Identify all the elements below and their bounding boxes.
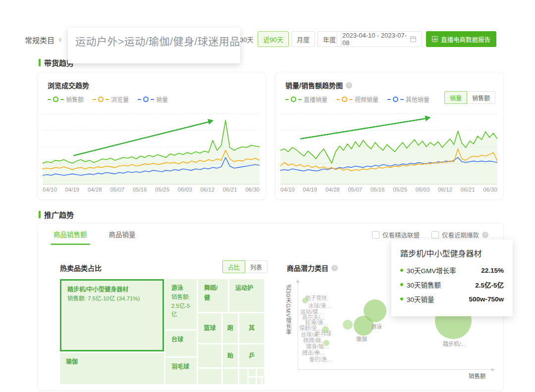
toggle-销量[interactable]: 销量 bbox=[444, 91, 467, 104]
legend-marker-icon bbox=[106, 99, 109, 100]
tooltip-metric-value: 2.5亿-5亿 bbox=[475, 280, 504, 290]
x-tick-label: 04/19 bbox=[303, 187, 317, 193]
hot-category-treemap: 踏步机/中小型健身器材销售额: 7.5亿-10亿 (34.71%)瑜伽游泳销售额… bbox=[60, 279, 264, 384]
treemap-cell-label: 其 bbox=[249, 323, 255, 333]
category-path-overlay[interactable]: 运动户外>运动/瑜伽/健身/球迷用品 bbox=[68, 28, 240, 63]
chevron-down-icon: ∨ bbox=[58, 36, 62, 43]
filter-checkbox-仅看近期爆款[interactable]: 仅看近期爆款? bbox=[431, 230, 488, 240]
checkbox-icon[interactable] bbox=[431, 231, 439, 239]
tab-商品销量[interactable]: 商品销量 bbox=[108, 227, 137, 241]
legend-item-浏览量[interactable]: 浏览量 bbox=[93, 95, 129, 103]
x-tick-label: 05/25 bbox=[155, 187, 169, 193]
treemap-cell-其[interactable]: 其 bbox=[239, 313, 264, 343]
bubble-small[interactable] bbox=[322, 326, 329, 333]
chart-title-text: 浏览成交趋势 bbox=[48, 80, 89, 90]
x-tick-label: 05/07 bbox=[348, 187, 362, 193]
promotion-tabs: 商品销售额商品销量 bbox=[53, 223, 137, 245]
section-title: 推广趋势 bbox=[44, 209, 74, 220]
panel-title-text: 热卖品类占比 bbox=[60, 263, 102, 273]
bubble-small[interactable] bbox=[302, 297, 308, 303]
x-axis-labels: 04/1004/1904/2805/0705/1605/2506/0306/12… bbox=[43, 187, 260, 193]
panel-title-text: 商品潜力类目 bbox=[287, 263, 328, 273]
treemap-cell-羽毛球[interactable]: 羽毛球 bbox=[165, 358, 197, 384]
treemap-cell-blank[interactable] bbox=[257, 378, 261, 384]
tooltip-row: 30天GMV增长率22.15% bbox=[400, 265, 504, 275]
treemap-cell-label: 台球 bbox=[171, 335, 191, 344]
chart-legend: 直播销量视频销量其他销量 bbox=[285, 95, 429, 103]
treemap-cell-value: 销售额: 2.5亿-5亿 bbox=[171, 293, 191, 319]
tooltip-row: 30天销量500w-750w bbox=[400, 294, 504, 304]
treemap-cell-blank[interactable] bbox=[239, 369, 247, 384]
x-tick-label: 04/19 bbox=[65, 187, 79, 193]
x-tick-label: 05/16 bbox=[133, 187, 147, 193]
chart-title: 浏览成交趋势 bbox=[48, 80, 89, 90]
help-icon[interactable]: ? bbox=[346, 82, 352, 89]
browse-transaction-trend-card: 浏览成交趋势 销售额浏览量销量 04/1004/1904/2805/0705/1… bbox=[37, 72, 266, 200]
treemap-cell-舞蹈/健[interactable]: 舞蹈/健 bbox=[198, 279, 228, 312]
filter-checkbox-仅看精选联盟[interactable]: 仅看精选联盟 bbox=[372, 230, 420, 240]
legend-marker-icon bbox=[349, 99, 353, 100]
treemap-cell-label: 踏步机/中小型健身器材 bbox=[67, 285, 157, 294]
legend-marker-icon bbox=[336, 99, 340, 100]
bubble-label: 游泳 bbox=[371, 322, 382, 330]
treemap-cell-踏步机/中小型健身器材[interactable]: 踏步机/中小型健身器材销售额: 7.5亿-10亿 (34.71%) bbox=[60, 279, 164, 351]
section-marker-bar bbox=[39, 59, 41, 66]
x-tick-label: 04/10 bbox=[43, 187, 57, 193]
treemap-cell-blank[interactable] bbox=[249, 378, 256, 384]
x-tick-label: 04/28 bbox=[325, 187, 340, 193]
legend-item-视频销量[interactable]: 视频销量 bbox=[336, 95, 378, 103]
treemap-cell-瑜伽[interactable]: 瑜伽 bbox=[60, 353, 164, 384]
help-icon[interactable]: ? bbox=[482, 232, 488, 238]
category-type-select[interactable]: 常规类目 ∨ bbox=[25, 31, 62, 49]
legend-item-直播销量[interactable]: 直播销量 bbox=[285, 95, 327, 103]
bubble-y-axis-label: 近30天GMV增长率 bbox=[284, 285, 292, 335]
checkbox-icon[interactable] bbox=[372, 231, 379, 239]
tooltip-metric-value: 500w-750w bbox=[469, 295, 504, 303]
treemap-cell-运动护[interactable]: 运动护 bbox=[229, 279, 264, 312]
bubble-游泳[interactable] bbox=[364, 299, 386, 322]
treemap-cell-乒[interactable]: 乒 bbox=[239, 344, 264, 367]
line-chart-volume-sales[interactable] bbox=[280, 109, 497, 185]
toggle-销售额[interactable]: 销售额 bbox=[467, 91, 495, 104]
x-tick-label: 05/07 bbox=[110, 187, 124, 193]
treemap-cell-label: 篮球 bbox=[204, 323, 215, 333]
treemap-cell-游泳[interactable]: 游泳销售额: 2.5亿-5亿 bbox=[165, 279, 197, 329]
treemap-cell-label: 乒 bbox=[249, 351, 255, 361]
volume-sales-trend-card: 销量/销售额趋势图 ? 直播销量视频销量其他销量 销量销售额 04/1004/1… bbox=[275, 72, 504, 200]
tab-商品销售额[interactable]: 商品销售额 bbox=[53, 227, 88, 241]
treemap-cell-台球[interactable]: 台球 bbox=[165, 331, 197, 356]
treemap-cell-blank[interactable] bbox=[198, 369, 221, 384]
legend-item-销售额[interactable]: 销售额 bbox=[48, 95, 84, 103]
treemap-cell-blank[interactable] bbox=[249, 369, 256, 376]
legend-marker-icon bbox=[400, 99, 404, 100]
bubble-small[interactable] bbox=[323, 340, 329, 346]
bubble-x-axis-label: 销售额 bbox=[469, 372, 486, 380]
range-option-30天[interactable]: 30天 bbox=[238, 31, 255, 47]
treemap-cell-blank[interactable] bbox=[263, 378, 265, 384]
treemap-panel-title: 热卖品类占比 bbox=[60, 263, 102, 273]
legend-marker-icon bbox=[298, 99, 302, 100]
treemap-cell-blank[interactable] bbox=[223, 369, 238, 384]
toggle-占比[interactable]: 占比 bbox=[222, 260, 245, 273]
legend-item-其他销量[interactable]: 其他销量 bbox=[387, 95, 429, 103]
treemap-cell-blank[interactable] bbox=[198, 344, 221, 367]
range-option-近90天[interactable]: 近90天 bbox=[258, 31, 288, 47]
treemap-cell-label: 羽毛球 bbox=[171, 362, 191, 372]
toggle-列表[interactable]: 列表 bbox=[245, 260, 268, 273]
bubble-panel-title: 商品潜力类目 ? bbox=[287, 263, 338, 273]
bubble-tooltip: 踏步机/中小型健身器材 30天GMV增长率22.15%30天销售额2.5亿-5亿… bbox=[391, 240, 513, 316]
date-range-picker[interactable]: 2023-04-10 - 2023-07-08 bbox=[337, 31, 422, 47]
live-ecommerce-report-button[interactable]: 直播电商数据报告 bbox=[426, 31, 496, 47]
treemap-cell-跆[interactable]: 跆 bbox=[223, 344, 238, 367]
treemap-cell-value: 销售额: 7.5亿-10亿 (34.71%) bbox=[67, 294, 157, 303]
line-chart-browse-transaction[interactable] bbox=[43, 109, 260, 185]
treemap-cell-篮球[interactable]: 篮球 bbox=[198, 313, 221, 343]
treemap-cell-跑[interactable]: 跑 bbox=[223, 313, 238, 343]
chart-legend: 销售额浏览量销量 bbox=[48, 95, 168, 103]
bubble-small[interactable] bbox=[343, 320, 353, 330]
treemap-cell-blank[interactable] bbox=[257, 369, 264, 376]
legend-item-销量[interactable]: 销量 bbox=[138, 95, 168, 103]
bullet-dot-icon bbox=[400, 297, 403, 300]
range-option-月度[interactable]: 月度 bbox=[291, 31, 315, 47]
help-icon[interactable]: ? bbox=[331, 265, 338, 271]
